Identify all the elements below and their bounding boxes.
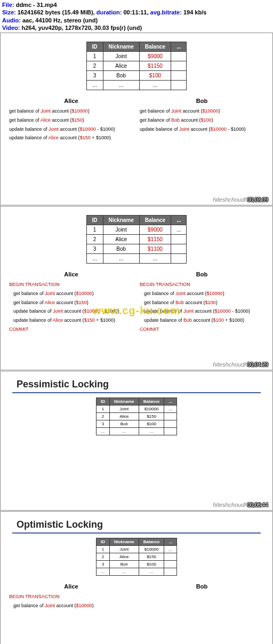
balance-table-4: IDNicknameBalance... 1Joint$10000... 2Al… [96,538,177,576]
frame-4: Optimistic Locking IDNicknameBalance... … [0,511,273,644]
table-row: 3Bob$1100 [86,244,187,254]
alice-column: Alice BEGIN TRANSACTION get balance of J… [6,271,136,335]
bob-heading: Bob [140,271,264,277]
table-row: 3Bob$100 [96,561,176,568]
size-line: Size: 16241662 bytes (15.49 MiB), durati… [2,9,271,16]
section-title: Optimistic Locking [17,519,267,530]
file-line: File: ddmc - 31.mp4 [2,1,271,9]
file-info-header: File: ddmc - 31.mp4 Size: 16241662 bytes… [0,0,273,33]
bob-column: Bob get balance of Joint account ($10000… [136,98,267,144]
table-row: 2Alice$150 [96,553,176,561]
table-row: ......... [86,81,187,90]
table-row: 3Bob$100 [96,420,176,428]
bob-column: Bob BEGIN TRANSACTION get balance of Joi… [136,271,267,335]
begin-tx: BEGIN TRANSACTION [9,282,133,288]
commit-tx: COMMIT [140,327,264,333]
table-row: 1Joint$10000... [96,546,176,553]
timestamp: 00:04:29 [247,362,268,368]
table-row: ......... [96,428,176,435]
table-row: 2Alice$1150 [86,61,187,71]
commit-tx: COMMIT [9,327,133,333]
timestamp: 00:03:09 [247,197,268,203]
table-row: 3Bob$100 [86,71,187,81]
alice-heading: Alice [9,583,133,590]
video-line: Video: h264, yuv420p, 1278x720, 30.03 fp… [2,24,271,31]
balance-table-3: IDNicknameBalance... 1Joint$10000... 2Al… [96,397,177,435]
bob-heading: Bob [140,98,264,104]
balance-table-1: IDNicknameBalance... 1Joint$9000 2Alice$… [86,42,187,90]
bob-heading: Bob [140,583,264,590]
frame-2: IDNicknameBalance... 1Joint$9000... 2Ali… [0,206,273,370]
timestamp: 00:06:44 [247,502,268,508]
table-row: 1Joint$9000 [86,52,187,61]
table-row: ......... [86,254,187,264]
frame-1: IDNicknameBalance... 1Joint$9000 2Alice$… [0,33,273,205]
frame-3: Pessimistic Locking IDNicknameBalance...… [0,371,273,511]
table-row: ......... [96,568,176,576]
alice-column: Alice get balance of Joint account ($100… [6,98,136,144]
alice-heading: Alice [9,271,133,277]
table-row: 2Alice$1150 [86,235,187,244]
table-row: 1Joint$10000... [96,406,176,413]
begin-tx: BEGIN TRANSACTION [140,282,264,288]
table-row: 2Alice$150 [96,413,176,420]
audio-line: Audio: aac, 44100 Hz, stereo (und) [2,17,271,24]
bob-column: Bob [136,583,267,611]
alice-heading: Alice [9,98,133,104]
rule [12,532,261,534]
table-row: 1Joint$9000... [86,225,187,235]
section-title: Pessimistic Locking [17,379,267,390]
rule [12,392,261,393]
begin-tx: BEGIN TRANSACTION [9,594,133,600]
balance-table-2: IDNicknameBalance... 1Joint$9000... 2Ali… [86,215,187,264]
alice-column: Alice BEGIN TRANSACTION get balance of J… [6,583,136,611]
